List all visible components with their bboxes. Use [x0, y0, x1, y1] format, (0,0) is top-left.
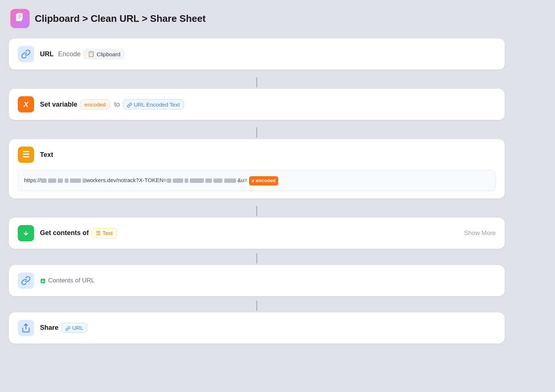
- redacted-10: [190, 178, 204, 183]
- redacted-9: [185, 178, 188, 183]
- text-line1: https://: [24, 177, 41, 183]
- app-icon: [10, 9, 30, 28]
- redacted-12: [213, 178, 222, 183]
- link-icon-small: [127, 101, 132, 107]
- get-contents-label: Get contents of: [40, 229, 89, 237]
- text-step-icon: ☰: [18, 147, 34, 163]
- text-content-box[interactable]: https:// workers.dev/notrack?X-TOKEN= &u…: [18, 170, 496, 191]
- redacted-11: [205, 178, 212, 183]
- page-title: Clipboard > Clean URL > Share Sheet: [35, 13, 206, 24]
- step-set-variable: X Set variable encoded to URL Encoded Te…: [9, 89, 505, 120]
- connector-line-4: [256, 253, 257, 264]
- url-encode-action: Encode: [58, 50, 81, 58]
- redacted-2: [48, 178, 56, 183]
- share-icon: [18, 320, 34, 336]
- variable-name-pill[interactable]: encoded: [80, 100, 110, 110]
- set-variable-icon: X: [18, 96, 34, 113]
- set-variable-label: Set variable: [40, 101, 77, 108]
- redacted-3: [58, 178, 63, 183]
- contents-download-icon: [40, 277, 46, 284]
- clipboard-icon: 📋: [88, 51, 95, 57]
- step-url-encode: URL Encode 📋 Clipboard: [9, 38, 505, 70]
- url-encode-content: URL Encode 📋 Clipboard: [40, 49, 124, 59]
- share-content: Share URL: [40, 323, 87, 333]
- url-encoded-text-pill[interactable]: URL Encoded Text: [123, 99, 184, 109]
- step-text: ☰ Text https:// workers.dev/notrack?X-TO…: [9, 139, 505, 198]
- set-variable-content: Set variable encoded to URL Encoded Text: [40, 99, 184, 109]
- contents-url-icon: [18, 272, 34, 289]
- url-encode-icon: [18, 46, 34, 62]
- contents-of-url-label: Contents of URL: [48, 277, 95, 284]
- get-contents-icon: [18, 225, 34, 241]
- url-encode-label: URL: [40, 50, 54, 58]
- connector-line-3: [256, 206, 257, 216]
- get-contents-content: Get contents of ☰ Text: [40, 228, 117, 238]
- redacted-7: [167, 178, 171, 183]
- connector-3: [9, 204, 505, 218]
- connector-4: [9, 252, 505, 265]
- redacted-13: [224, 178, 236, 183]
- workflow-container: URL Encode 📋 Clipboard X Set variable en…: [9, 38, 505, 346]
- step-get-contents: Get contents of ☰ Text Show More: [9, 218, 505, 249]
- redacted-4: [65, 178, 68, 183]
- connector-line-2: [256, 127, 257, 138]
- redacted-1: [41, 178, 47, 183]
- text-step-header: ☰ Text: [18, 147, 53, 163]
- text-pill[interactable]: ☰ Text: [92, 228, 117, 238]
- connector-line-1: [256, 77, 257, 87]
- text-pill-icon: ☰: [96, 230, 101, 237]
- text-step-label: Text: [40, 151, 53, 159]
- contents-url-text: Contents of URL: [40, 277, 95, 284]
- redacted-8: [173, 178, 183, 183]
- connector-line-5: [256, 301, 257, 311]
- clipboard-pill[interactable]: 📋 Clipboard: [84, 49, 124, 59]
- app-header: Clipboard > Clean URL > Share Sheet: [9, 9, 546, 28]
- svg-rect-1: [17, 13, 23, 20]
- connector-5: [9, 299, 505, 312]
- encoded-variable-pill[interactable]: xencoded: [249, 176, 278, 185]
- redacted-5: [70, 178, 81, 183]
- to-text: to: [114, 101, 120, 108]
- redacted-6: [83, 178, 86, 183]
- share-url-pill[interactable]: URL: [61, 323, 87, 333]
- encoded-x-icon: x: [252, 177, 254, 185]
- connector-1: [9, 76, 505, 89]
- share-label: Share: [40, 324, 58, 332]
- step-share: Share URL: [9, 312, 505, 344]
- step-contents-of-url: Contents of URL: [9, 265, 505, 296]
- show-more-button[interactable]: Show More: [464, 229, 496, 237]
- share-url-link-icon: [65, 325, 70, 331]
- connector-2: [9, 126, 505, 139]
